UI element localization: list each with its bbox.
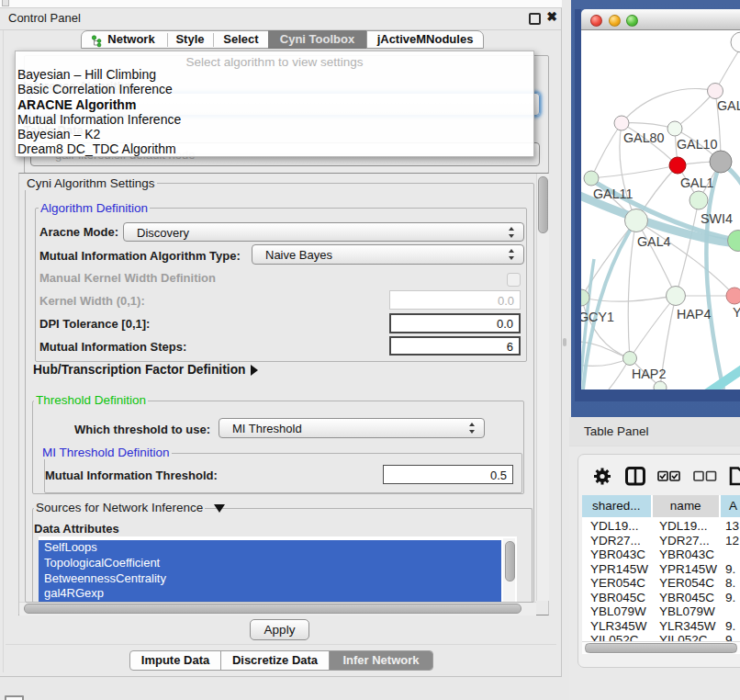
svg-text:SWI4: SWI4 bbox=[701, 211, 733, 226]
svg-text:GAL2: GAL2 bbox=[717, 98, 740, 113]
svg-text:GAL11: GAL11 bbox=[593, 186, 633, 201]
svg-text:HAP4: HAP4 bbox=[677, 307, 711, 322]
svg-text:GAL1: GAL1 bbox=[680, 175, 714, 190]
svg-text:Y: Y bbox=[733, 305, 740, 320]
svg-text:HAP2: HAP2 bbox=[632, 367, 666, 381]
svg-text:GAL4: GAL4 bbox=[637, 234, 671, 249]
svg-text:GAL80: GAL80 bbox=[623, 130, 665, 145]
svg-text:GAL10: GAL10 bbox=[677, 137, 718, 152]
svg-text:GCY1: GCY1 bbox=[581, 310, 614, 324]
